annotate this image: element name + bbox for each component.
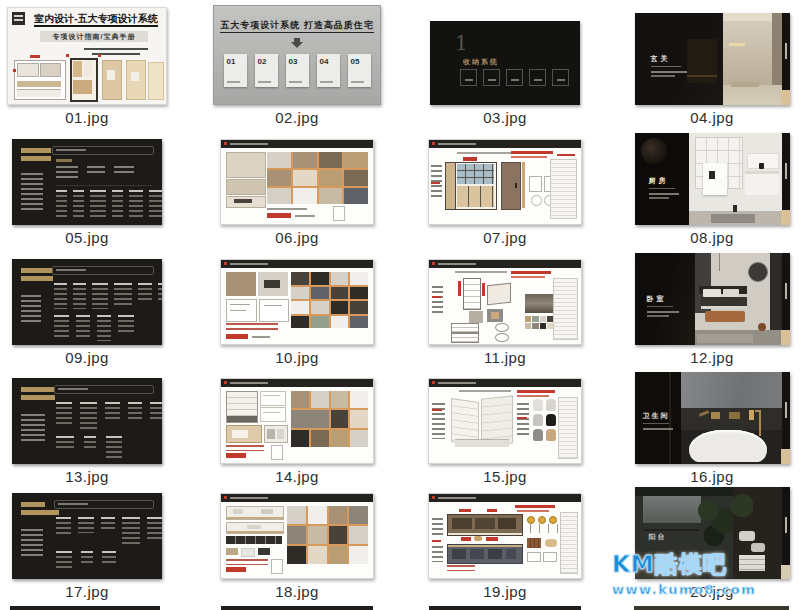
cover-badge: [12, 12, 25, 25]
plan-shape: [226, 425, 262, 443]
thumbnail-20[interactable]: 阳台: [635, 487, 790, 579]
thumbnail-05[interactable]: [12, 139, 162, 225]
slide-header: [54, 385, 154, 394]
file-tile[interactable]: 阳台 20.jpg: [612, 485, 800, 600]
corner-tab: [781, 90, 790, 105]
dark-photo-left: 卫生间: [635, 372, 681, 464]
spec-columns-row2: [56, 436, 122, 460]
thumbnail-12[interactable]: 卧室: [635, 253, 790, 345]
thumbnail-13[interactable]: [12, 378, 162, 464]
file-tile[interactable]: 19.jpg: [405, 485, 605, 600]
filename-label[interactable]: 04.jpg: [690, 111, 733, 125]
file-tile[interactable]: 13.jpg: [0, 366, 187, 485]
spec-columns-row2: [56, 551, 116, 571]
photo-collage: [287, 506, 368, 564]
thumbnail-19[interactable]: [428, 493, 582, 579]
file-tile[interactable]: 卧室 12.jpg: [612, 246, 800, 366]
filename-label[interactable]: 09.jpg: [65, 351, 108, 365]
file-tile[interactable]: 17.jpg: [0, 485, 187, 600]
file-tile[interactable]: 室内设计-五大专项设计系统 专项设计指南/宝典手册: [0, 0, 187, 126]
slide-sidebar: [21, 414, 45, 444]
filename-label[interactable]: 08.jpg: [690, 231, 733, 245]
room-label: 厨房: [649, 177, 669, 185]
file-tile[interactable]: 玄关 04.jpg: [612, 0, 800, 126]
slide-titlebar: [221, 140, 373, 148]
filename-label[interactable]: 17.jpg: [65, 585, 108, 599]
material-swatches: [525, 316, 553, 329]
file-tile[interactable]: 18.jpg: [197, 485, 397, 600]
thumbnail-02[interactable]: 五大专项设计系统 打造高品质住宅 01 02 03 04 05: [213, 5, 381, 105]
filename-label[interactable]: 16.jpg: [690, 470, 733, 484]
thumbnail-16[interactable]: 卫生间: [635, 372, 790, 464]
chapter-number: 1: [455, 33, 468, 53]
filename-label[interactable]: 20.jpg: [690, 585, 733, 599]
slide-header: [54, 500, 154, 509]
filename-label[interactable]: 01.jpg: [65, 111, 108, 125]
file-tile[interactable]: 10.jpg: [197, 246, 397, 366]
filename-label[interactable]: 10.jpg: [275, 351, 318, 365]
filename-label[interactable]: 12.jpg: [690, 351, 733, 365]
file-tile[interactable]: 06.jpg: [197, 126, 397, 246]
filename-label[interactable]: 14.jpg: [275, 470, 318, 484]
thumbnail-14[interactable]: [220, 378, 374, 464]
thumbnail-01[interactable]: 室内设计-五大专项设计系统 专项设计指南/宝典手册: [7, 7, 167, 105]
file-tile[interactable]: 卫生间 16.jpg: [612, 366, 800, 485]
thumbnail-gallery: 室内设计-五大专项设计系统 专项设计指南/宝典手册: [0, 0, 800, 610]
thumbnail-18[interactable]: [220, 493, 374, 579]
file-tile[interactable]: 11.jpg: [405, 246, 605, 366]
system-cards: 01 02 03 04 05: [214, 54, 380, 87]
filename-label[interactable]: 03.jpg: [483, 111, 526, 125]
thumbnail-11[interactable]: [428, 259, 582, 345]
upper-elevation: [447, 514, 523, 536]
file-tile[interactable]: 厨房 08.jpg: [612, 126, 800, 246]
thumbnail-06[interactable]: [220, 139, 374, 225]
floorplans: [226, 299, 288, 320]
filename-label[interactable]: 02.jpg: [275, 111, 318, 125]
spec-table: [553, 278, 578, 340]
thumbnail-08[interactable]: 厨房: [635, 133, 790, 225]
file-tile[interactable]: 五大专项设计系统 打造高品质住宅 01 02 03 04 05 02.jpg: [197, 0, 397, 126]
filename-label[interactable]: 15.jpg: [483, 470, 526, 484]
filename-label[interactable]: 06.jpg: [275, 231, 318, 245]
cover-subtitle: 专项设计指南/宝典手册: [40, 31, 148, 42]
thumbnail-07[interactable]: [428, 139, 582, 225]
room-label: 玄关: [651, 55, 671, 63]
thumbnail-03[interactable]: 1 收纳系统: [430, 21, 580, 105]
filename-label[interactable]: 07.jpg: [483, 231, 526, 245]
cabinet-elevation: [445, 162, 497, 210]
filename-label[interactable]: 19.jpg: [483, 585, 526, 599]
thumbnail-15[interactable]: [428, 378, 582, 464]
photo-collage: [291, 272, 368, 328]
file-tile[interactable]: 1 收纳系统 03.jpg: [405, 0, 605, 126]
spec-table: [560, 512, 578, 574]
file-tile[interactable]: 05.jpg: [0, 126, 187, 246]
file-tile[interactable]: 07.jpg: [405, 126, 605, 246]
system-card: 01: [224, 54, 247, 87]
thumbnail-09[interactable]: [12, 259, 162, 345]
thumbnail-04[interactable]: 玄关: [635, 13, 790, 105]
axon-sketches: [449, 277, 521, 339]
thumbnail-10[interactable]: [220, 259, 374, 345]
slide-titlebar: [221, 260, 373, 268]
slide-titlebar: [221, 494, 373, 502]
file-tile[interactable]: 14.jpg: [197, 366, 397, 485]
slide-header: [52, 146, 154, 155]
system-card: 03: [286, 54, 309, 87]
slide-sidebar: [21, 173, 43, 211]
slide-titlebar: [429, 260, 581, 268]
elevation-row1: [226, 506, 284, 520]
system-card: 05: [348, 54, 371, 87]
spec-table: [558, 397, 578, 459]
filename-label[interactable]: 11.jpg: [484, 351, 526, 365]
room-label: 卧室: [647, 295, 667, 303]
file-tile[interactable]: 09.jpg: [0, 246, 187, 366]
tall-cabinet-sketch: [70, 58, 98, 102]
elevation-row2: [226, 522, 284, 534]
thumbnail-17[interactable]: [12, 493, 162, 579]
spec-columns-row1: [56, 402, 162, 430]
filename-label[interactable]: 13.jpg: [65, 470, 108, 484]
file-tile[interactable]: 15.jpg: [405, 366, 605, 485]
filename-label[interactable]: 18.jpg: [275, 585, 318, 599]
filename-label[interactable]: 05.jpg: [65, 231, 108, 245]
slide-titlebar: [429, 140, 581, 148]
